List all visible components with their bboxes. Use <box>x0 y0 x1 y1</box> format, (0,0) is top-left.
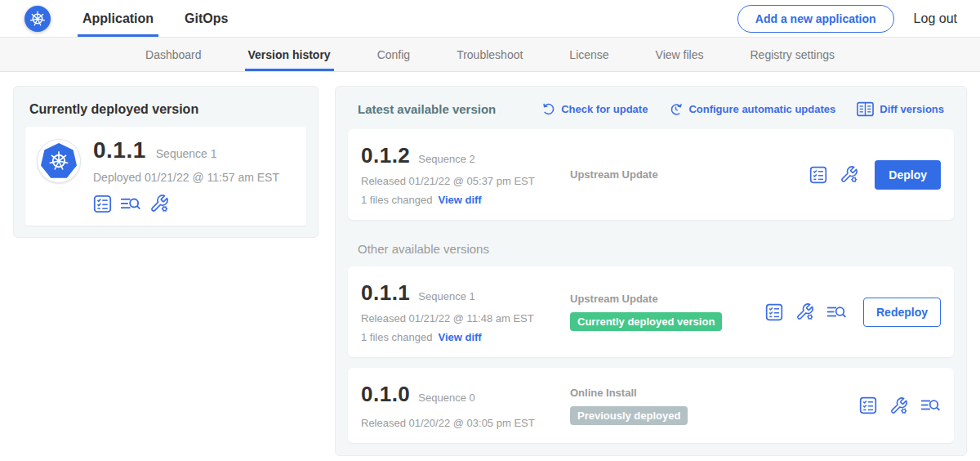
version-card-0-1-2: 0.1.2 Sequence 2 Released 01/21/22 @ 05:… <box>348 129 954 220</box>
check-for-update-label: Check for update <box>561 103 648 115</box>
deployed-timestamp: Deployed 01/21/22 @ 11:57 am EST <box>93 171 279 184</box>
tab-gitops[interactable]: GitOps <box>180 0 233 37</box>
kubernetes-app-icon <box>41 143 77 179</box>
diff-versions-label: Diff versions <box>880 103 944 115</box>
version-card-0-1-0: 0.1.0 Sequence 0 Released 01/20/22 @ 03:… <box>348 368 954 443</box>
deployed-version-info: 0.1.1 Sequence 1 Deployed 01/21/22 @ 11:… <box>93 137 279 213</box>
preflight-checklist-icon[interactable] <box>809 166 827 184</box>
deployed-version-card: 0.1.1 Sequence 1 Deployed 01/21/22 @ 11:… <box>25 127 306 226</box>
tab-application[interactable]: Application <box>78 0 158 37</box>
diff-versions-link[interactable]: Diff versions <box>857 101 944 117</box>
latest-version-header: Latest available version Check for updat… <box>348 99 954 119</box>
released-timestamp: Released 01/21/22 @ 11:48 am EST <box>361 312 570 324</box>
currently-deployed-badge: Currently deployed version <box>570 312 722 331</box>
currently-deployed-panel: Currently deployed version <box>13 86 318 238</box>
configure-automatic-updates-link[interactable]: Configure automatic updates <box>669 102 835 116</box>
view-diff-link[interactable]: View diff <box>438 194 481 206</box>
sequence-label: Sequence 1 <box>418 290 474 302</box>
app-subnav: Dashboard Version history Config Trouble… <box>0 38 980 72</box>
config-wrench-icon[interactable] <box>889 396 908 415</box>
previously-deployed-badge: Previously deployed <box>570 406 688 425</box>
deployed-panel-title: Currently deployed version <box>25 98 306 127</box>
version-card-0-1-1: 0.1.1 Sequence 1 Released 01/21/22 @ 11:… <box>348 266 954 357</box>
app-nav-tabs: Application GitOps <box>78 0 254 37</box>
version-actions: Redeploy <box>765 298 941 327</box>
main-content: Currently deployed version <box>0 72 980 461</box>
config-wrench-icon[interactable] <box>795 302 814 321</box>
source-label: Online Install <box>570 387 859 399</box>
view-logs-icon[interactable] <box>920 396 941 414</box>
version-info: 0.1.1 Sequence 1 Released 01/21/22 @ 11:… <box>361 280 570 343</box>
view-logs-icon[interactable] <box>826 303 847 321</box>
update-actions: Check for update Configure automatic upd… <box>541 101 944 117</box>
version-source: Online Install Previously deployed <box>570 387 859 425</box>
files-changed-count: 1 files changed <box>361 331 432 343</box>
preflight-checklist-icon[interactable] <box>93 195 112 213</box>
navbar-actions: Add a new application Log out <box>737 5 957 33</box>
deployed-version-actions <box>93 194 279 213</box>
top-navbar: Application GitOps Add a new application… <box>0 0 980 38</box>
sequence-label: Sequence 0 <box>418 392 474 404</box>
logout-button[interactable]: Log out <box>914 11 957 26</box>
tab-registry-settings[interactable]: Registry settings <box>751 38 835 71</box>
app-icon <box>37 139 81 183</box>
version-number: 0.1.2 <box>361 143 410 168</box>
source-label: Upstream Update <box>570 168 809 181</box>
deployed-sequence-label: Sequence 1 <box>156 147 217 160</box>
view-diff-link[interactable]: View diff <box>438 331 481 343</box>
other-versions-title: Other available versions <box>358 242 944 256</box>
kubernetes-logo-icon <box>24 6 51 32</box>
files-changed-count: 1 files changed <box>361 194 432 206</box>
version-number: 0.1.0 <box>361 382 410 407</box>
released-timestamp: Released 01/20/22 @ 03:05 pm EST <box>361 417 570 429</box>
view-logs-icon[interactable] <box>120 195 141 213</box>
preflight-checklist-icon[interactable] <box>859 396 877 414</box>
preflight-checklist-icon[interactable] <box>765 303 783 321</box>
config-wrench-icon[interactable] <box>840 165 858 184</box>
refresh-icon <box>541 102 555 116</box>
tab-view-files[interactable]: View files <box>656 38 704 71</box>
released-timestamp: Released 01/21/22 @ 05:37 pm EST <box>361 175 570 187</box>
deploy-button[interactable]: Deploy <box>875 160 941 190</box>
tab-license[interactable]: License <box>569 38 608 71</box>
config-wrench-icon[interactable] <box>149 194 169 213</box>
version-info: 0.1.0 Sequence 0 Released 01/20/22 @ 03:… <box>361 382 570 429</box>
redeploy-button[interactable]: Redeploy <box>863 298 941 327</box>
add-application-button[interactable]: Add a new application <box>737 5 894 33</box>
version-source: Upstream Update <box>570 168 809 181</box>
deployed-version-number: 0.1.1 <box>93 137 146 163</box>
tab-version-history[interactable]: Version history <box>248 38 331 71</box>
source-label: Upstream Update <box>570 293 765 305</box>
version-history-panel: Latest available version Check for updat… <box>335 86 967 456</box>
tab-dashboard[interactable]: Dashboard <box>145 38 202 71</box>
tab-config[interactable]: Config <box>377 38 410 71</box>
version-actions <box>859 396 941 415</box>
tab-troubleshoot[interactable]: Troubleshoot <box>457 38 523 71</box>
files-changed: 1 files changedView diff <box>361 331 570 343</box>
check-for-update-link[interactable]: Check for update <box>541 102 648 116</box>
diff-columns-icon <box>857 101 874 117</box>
configure-automatic-updates-label: Configure automatic updates <box>688 103 835 115</box>
version-number: 0.1.1 <box>361 280 410 306</box>
sequence-label: Sequence 2 <box>418 153 474 165</box>
latest-version-title: Latest available version <box>358 102 496 116</box>
version-info: 0.1.2 Sequence 2 Released 01/21/22 @ 05:… <box>361 143 570 206</box>
version-actions: Deploy <box>809 160 941 190</box>
schedule-update-icon <box>669 102 683 116</box>
files-changed: 1 files changedView diff <box>361 194 570 206</box>
version-source: Upstream Update Currently deployed versi… <box>570 293 765 331</box>
